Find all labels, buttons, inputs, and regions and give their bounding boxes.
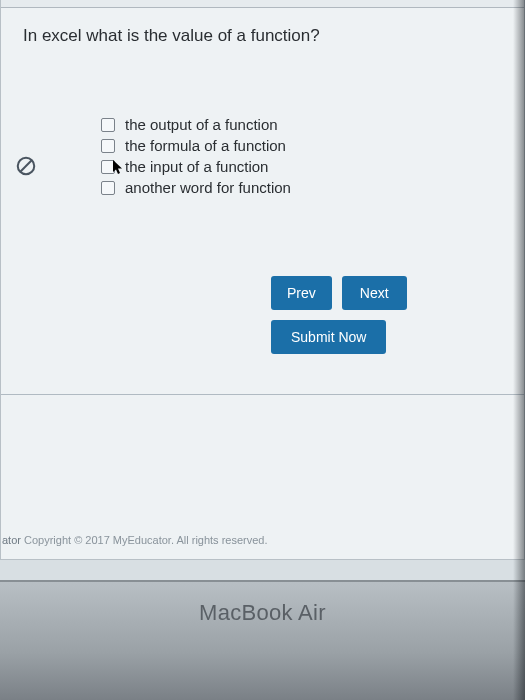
options-group: the output of a function the formula of …	[101, 116, 524, 196]
checkbox-icon[interactable]	[101, 181, 115, 195]
option-label: another word for function	[125, 179, 291, 196]
quiz-panel: In excel what is the value of a function…	[0, 0, 525, 560]
top-divider	[1, 0, 524, 8]
option-row[interactable]: the output of a function	[101, 116, 524, 133]
option-row[interactable]: the formula of a function	[101, 137, 524, 154]
option-label: the input of a function	[125, 158, 268, 175]
no-entry-icon	[15, 155, 37, 177]
mouse-cursor-icon	[113, 160, 125, 176]
option-label: the output of a function	[125, 116, 278, 133]
footer-prefix: ator	[2, 534, 21, 546]
button-area: Prev Next Submit Now	[271, 276, 524, 354]
svg-line-1	[20, 160, 32, 172]
checkbox-icon[interactable]	[101, 118, 115, 132]
question-title: In excel what is the value of a function…	[1, 8, 524, 56]
footer-copyright: ator Copyright © 2017 MyEducator. All ri…	[0, 530, 270, 550]
laptop-model-label: MacBook Air	[199, 600, 326, 626]
option-row[interactable]: another word for function	[101, 179, 524, 196]
next-button[interactable]: Next	[342, 276, 407, 310]
option-label: the formula of a function	[125, 137, 286, 154]
submit-button[interactable]: Submit Now	[271, 320, 386, 354]
section-divider	[1, 394, 524, 395]
footer-text: Copyright © 2017 MyEducator. All rights …	[21, 534, 268, 546]
laptop-bezel: MacBook Air	[0, 580, 525, 700]
checkbox-icon[interactable]	[101, 139, 115, 153]
nav-button-row: Prev Next	[271, 276, 407, 310]
prev-button[interactable]: Prev	[271, 276, 332, 310]
option-row[interactable]: the input of a function	[101, 158, 524, 175]
